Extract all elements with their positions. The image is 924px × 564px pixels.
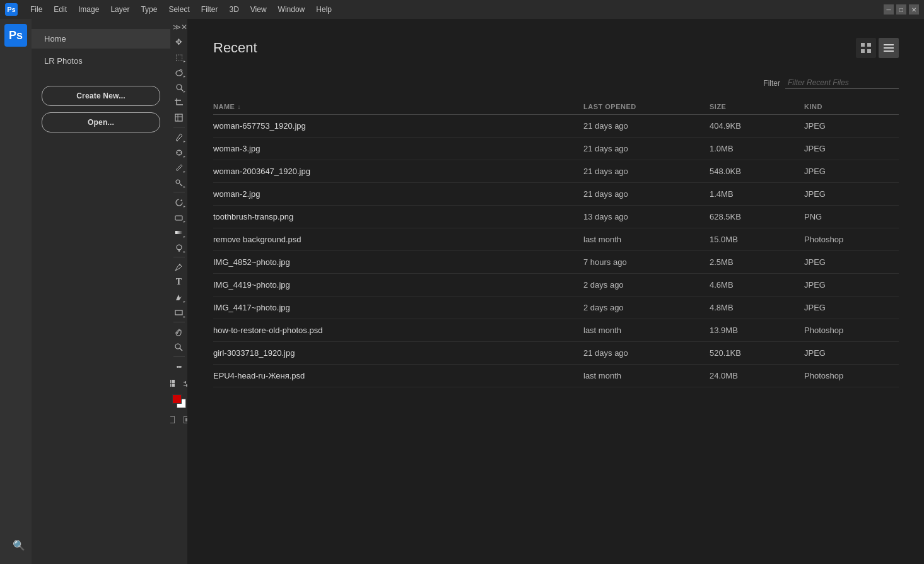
table-row[interactable]: woman-2.jpg 21 days ago 1.4MB JPEG [213, 183, 899, 206]
cell-size: 4.8MB [710, 303, 804, 312]
cell-size: 1.0MB [710, 144, 804, 153]
cell-size: 548.0KB [710, 167, 804, 176]
create-new-button[interactable]: Create New... [42, 86, 160, 106]
hand-tool[interactable] [172, 325, 186, 339]
cell-last-opened: 13 days ago [583, 212, 710, 221]
grid-view-button[interactable] [856, 38, 876, 58]
move-tool[interactable]: ✥ [172, 35, 186, 49]
edit-standard-mode[interactable] [170, 413, 178, 426]
tool-strip-expand[interactable]: ≫ [173, 23, 181, 32]
filter-row: Filter [213, 77, 899, 89]
lasso-tool[interactable] [172, 65, 186, 79]
eraser-tool[interactable] [172, 210, 186, 224]
frame-tool[interactable] [172, 110, 186, 124]
table-row[interactable]: how-to-restore-old-photos.psd last month… [213, 319, 899, 342]
menu-edit[interactable]: Edit [49, 3, 72, 16]
table-row[interactable]: IMG_4417~photo.jpg 2 days ago 4.8MB JPEG [213, 297, 899, 319]
foreground-color-swatch[interactable] [172, 394, 182, 404]
cell-size: 520.1KB [710, 348, 804, 358]
cell-kind: PNG [804, 212, 899, 221]
tool-preset[interactable] [170, 376, 178, 390]
healing-brush-tool[interactable] [172, 145, 186, 159]
svg-rect-23 [170, 384, 171, 387]
color-swatches[interactable] [172, 394, 186, 408]
col-header-name[interactable]: NAME ↓ [213, 103, 583, 110]
cell-size: 24.0MB [710, 371, 804, 380]
cell-last-opened: 21 days ago [583, 189, 710, 199]
cell-size: 2.5MB [710, 257, 804, 267]
cell-kind: JPEG [804, 303, 899, 312]
cell-name: toothbrush-transp.png [213, 212, 583, 221]
path-selection-tool[interactable] [172, 290, 186, 304]
menu-view[interactable]: View [245, 3, 272, 16]
svg-point-11 [176, 180, 180, 184]
menu-window[interactable]: Window [273, 3, 310, 16]
type-tool[interactable]: T [172, 275, 186, 289]
table-row[interactable]: IMG_4419~photo.jpg 2 days ago 4.6MB JPEG [213, 274, 899, 297]
table-row[interactable]: EPU4-head-ru-Женя.psd last month 24.0MB … [213, 365, 899, 387]
col-header-size: SIZE [710, 103, 804, 110]
marquee-tool[interactable]: ⬚ [172, 50, 186, 64]
search-icon[interactable]: 🔍 [13, 539, 25, 551]
menu-3d[interactable]: 3D [224, 3, 243, 16]
view-toggle [856, 38, 899, 58]
filter-input[interactable] [785, 77, 899, 89]
table-row[interactable]: woman-657753_1920.jpg 21 days ago 404.9K… [213, 115, 899, 138]
menu-type[interactable]: Type [136, 3, 162, 16]
cell-name: woman-3.jpg [213, 144, 583, 153]
tool-strip-close[interactable]: ✕ [181, 23, 187, 32]
open-button[interactable]: Open... [42, 112, 160, 132]
sidebar: Home LR Photos Create New... Open... [32, 19, 170, 564]
gradient-tool[interactable] [172, 225, 186, 239]
list-view-button[interactable] [879, 38, 899, 58]
crop-tool[interactable] [172, 95, 186, 109]
clone-stamp-tool[interactable] [172, 175, 186, 189]
maximize-button[interactable]: □ [896, 4, 906, 15]
minimize-button[interactable]: ─ [884, 4, 894, 15]
cell-kind: Photoshop [804, 371, 899, 380]
table-header: NAME ↓ LAST OPENED SIZE KIND [213, 99, 899, 115]
table-row[interactable]: woman-2003647_1920.jpg 21 days ago 548.0… [213, 160, 899, 183]
zoom-tool[interactable] [172, 340, 186, 354]
eyedropper-tool[interactable] [172, 130, 186, 144]
more-tools[interactable]: ••• [172, 360, 186, 373]
menu-help[interactable]: Help [311, 3, 337, 16]
table-row[interactable]: IMG_4852~photo.jpg 7 hours ago 2.5MB JPE… [213, 251, 899, 274]
sidebar-item-lr-photos[interactable]: LR Photos [32, 51, 170, 71]
title-bar: Ps File Edit Image Layer Type Select Fil… [0, 0, 924, 19]
menu-select[interactable]: Select [163, 3, 194, 16]
cell-name: remove background.psd [213, 235, 583, 244]
svg-rect-21 [170, 380, 171, 383]
cell-last-opened: 21 days ago [583, 167, 710, 176]
history-brush-tool[interactable] [172, 195, 186, 209]
blur-tool[interactable] [172, 240, 186, 254]
menu-layer[interactable]: Layer [105, 3, 134, 16]
menu-image[interactable]: Image [73, 3, 104, 16]
cell-size: 15.0MB [710, 235, 804, 244]
table-row[interactable]: woman-3.jpg 21 days ago 1.0MB JPEG [213, 138, 899, 160]
brush-tool[interactable] [172, 160, 186, 174]
cell-last-opened: 2 days ago [583, 280, 710, 290]
table-row[interactable]: girl-3033718_1920.jpg 21 days ago 520.1K… [213, 342, 899, 365]
table-row[interactable]: remove background.psd last month 15.0MB … [213, 228, 899, 251]
cell-kind: JPEG [804, 257, 899, 267]
pen-tool[interactable] [172, 260, 186, 274]
sidebar-item-home[interactable]: Home [32, 29, 170, 49]
cell-name: girl-3033718_1920.jpg [213, 348, 583, 358]
cell-kind: JPEG [804, 189, 899, 199]
table-row[interactable]: toothbrush-transp.png 13 days ago 628.5K… [213, 206, 899, 228]
cell-name: woman-2.jpg [213, 189, 583, 199]
svg-point-19 [175, 344, 180, 349]
close-button[interactable]: ✕ [909, 4, 919, 15]
edit-quick-mask[interactable] [180, 413, 188, 426]
rectangle-tool[interactable] [172, 305, 186, 319]
svg-rect-24 [172, 384, 175, 387]
col-header-last-opened: LAST OPENED [583, 103, 710, 110]
svg-rect-28 [861, 43, 865, 47]
cell-kind: JPEG [804, 167, 899, 176]
svg-rect-3 [175, 114, 182, 121]
quick-select-tool[interactable] [172, 80, 186, 94]
menu-filter[interactable]: Filter [196, 3, 223, 16]
adjust-tool[interactable] [180, 376, 188, 390]
menu-file[interactable]: File [25, 3, 47, 16]
